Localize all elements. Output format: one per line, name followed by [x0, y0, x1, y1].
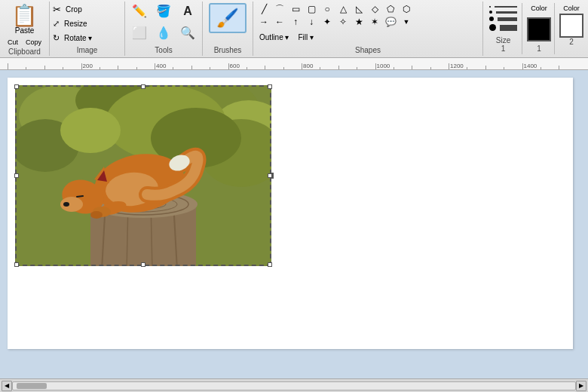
resize-button[interactable]: Resize [61, 17, 90, 30]
shape-diamond[interactable]: ◇ [367, 3, 382, 15]
tools-label: Tools [128, 46, 199, 54]
shape-rect[interactable]: ▭ [288, 3, 303, 15]
shape-star6[interactable]: ✶ [367, 16, 382, 28]
svg-point-23 [63, 202, 69, 207]
brushes-section: 🖌️ Brushes [203, 2, 253, 56]
color2-col: Color 2 [556, 3, 586, 54]
shape-ellipse[interactable]: ○ [320, 3, 335, 15]
paste-button[interactable]: 📋 Paste [9, 3, 40, 37]
scrollbar-thumb[interactable] [17, 383, 47, 389]
scroll-right-button[interactable]: ▶ [576, 381, 586, 391]
shapes-label: Shapes [256, 46, 479, 54]
scrollbar-track[interactable] [12, 381, 576, 390]
text-button[interactable]: A [176, 3, 199, 20]
color2-swatch[interactable] [559, 14, 583, 38]
size-col: Size1 [485, 3, 522, 54]
shapes-more[interactable]: ▼ [399, 16, 414, 28]
ruler-inner: 200400600800100012001400 [0, 58, 588, 69]
text-icon: A [183, 5, 192, 17]
scroll-left-button[interactable]: ◀ [2, 381, 12, 391]
shape-right-triangle[interactable]: ◺ [351, 3, 366, 15]
size-2[interactable] [489, 11, 517, 14]
shape-curve[interactable]: ⌒ [272, 3, 287, 15]
shapes-section: ╱ ⌒ ▭ ▢ ○ △ ◺ ◇ ⬠ ⬡ → ← ↑ ↓ ✦ ✧ ★ ✶ 💬 [253, 2, 483, 56]
copy-button[interactable]: Copy [23, 37, 44, 47]
color1-col: Color 1 [524, 3, 555, 54]
svg-point-8 [60, 108, 121, 153]
fox-image [15, 85, 271, 266]
outline-label: Outline ▾ [259, 33, 289, 41]
pencil-button[interactable]: ✏️ [128, 3, 151, 20]
color-picker-icon: 💧 [156, 27, 171, 39]
size-1[interactable] [489, 6, 517, 8]
shape-4-arrow[interactable]: ✦ [320, 16, 335, 28]
svg-line-24 [77, 196, 83, 197]
clipboard-label: Clipboard [5, 47, 44, 56]
color2-label: 2 [569, 38, 574, 46]
outline-dropdown[interactable]: Outline ▾ [256, 31, 292, 44]
color1-label: 1 [537, 44, 541, 53]
shape-down-arrow[interactable]: ↓ [304, 16, 319, 28]
brushes-button[interactable]: 🖌️ [209, 3, 247, 33]
canvas-area[interactable] [0, 70, 588, 378]
resize-icon: ⤢ [53, 19, 60, 29]
color1-swatch[interactable] [527, 17, 551, 41]
shape-up-arrow[interactable]: ↑ [288, 16, 303, 28]
color2-top-label: Color [563, 5, 580, 12]
tools-section: ✏️ 🪣 A ⬜ 💧 🔍 Tools [125, 2, 203, 56]
shape-line[interactable]: ╱ [256, 3, 271, 15]
brushes-label: Brushes [214, 46, 242, 54]
paste-icon: 📋 [11, 5, 38, 26]
scrollbar-area: ◀ ▶ [0, 378, 588, 392]
color1-top-label: Color [531, 5, 547, 12]
fill-button[interactable]: 🪣 [152, 3, 175, 20]
svg-point-30 [90, 211, 103, 219]
fill-dropdown[interactable]: Fill ▾ [296, 31, 317, 44]
shape-callout[interactable]: 💬 [383, 16, 398, 28]
size-3[interactable] [489, 17, 517, 21]
shape-rounded-rect[interactable]: ▢ [304, 3, 319, 15]
white-canvas [8, 78, 573, 349]
zoom-icon: 🔍 [180, 27, 195, 39]
eraser-icon: ⬜ [132, 27, 147, 39]
zoom-button[interactable]: 🔍 [176, 25, 199, 41]
shape-right-arrow[interactable]: → [256, 16, 271, 28]
cut-button[interactable]: Cut [5, 37, 21, 47]
image-section: ✂ Crop ⤢ Resize ↻ Rotate ▾ Image [50, 2, 125, 56]
paste-label: Paste [15, 26, 35, 35]
fill-label: Fill ▾ [299, 33, 314, 41]
size-label: Size1 [496, 36, 510, 53]
shape-pentagon[interactable]: ⬠ [383, 3, 398, 15]
size-4[interactable] [489, 24, 517, 31]
shape-star5[interactable]: ★ [351, 16, 366, 28]
crop-icon: ✂ [53, 4, 61, 15]
crop-button[interactable]: Crop [63, 3, 85, 16]
ruler: 200400600800100012001400 [0, 58, 588, 70]
size-dots [488, 5, 519, 32]
toolbar: 📋 Paste Cut Copy Clipboard ✂ Crop ⤢ Resi… [0, 0, 588, 58]
rotate-icon: ↻ [53, 33, 60, 43]
fill-icon: 🪣 [156, 5, 171, 17]
color-picker-button[interactable]: 💧 [152, 25, 175, 41]
size-color-section: Size1 Color 1 Color 2 [483, 2, 588, 56]
brush-icon: 🖌️ [216, 8, 239, 29]
image-label: Image [53, 46, 121, 54]
shapes-grid: ╱ ⌒ ▭ ▢ ○ △ ◺ ◇ ⬠ ⬡ → ← ↑ ↓ ✦ ✧ ★ ✶ 💬 [256, 3, 414, 28]
shape-hexagon[interactable]: ⬡ [399, 3, 414, 15]
eraser-button[interactable]: ⬜ [128, 25, 151, 41]
pencil-icon: ✏️ [132, 5, 147, 17]
fox-svg [15, 85, 271, 266]
shape-left-arrow[interactable]: ← [272, 16, 287, 28]
rotate-button[interactable]: Rotate ▾ [61, 32, 95, 44]
clipboard-section: 📋 Paste Cut Copy Clipboard [0, 2, 50, 56]
handle-right-marker[interactable] [271, 173, 274, 179]
shape-triangle[interactable]: △ [335, 3, 351, 15]
shape-star4[interactable]: ✧ [335, 16, 351, 28]
